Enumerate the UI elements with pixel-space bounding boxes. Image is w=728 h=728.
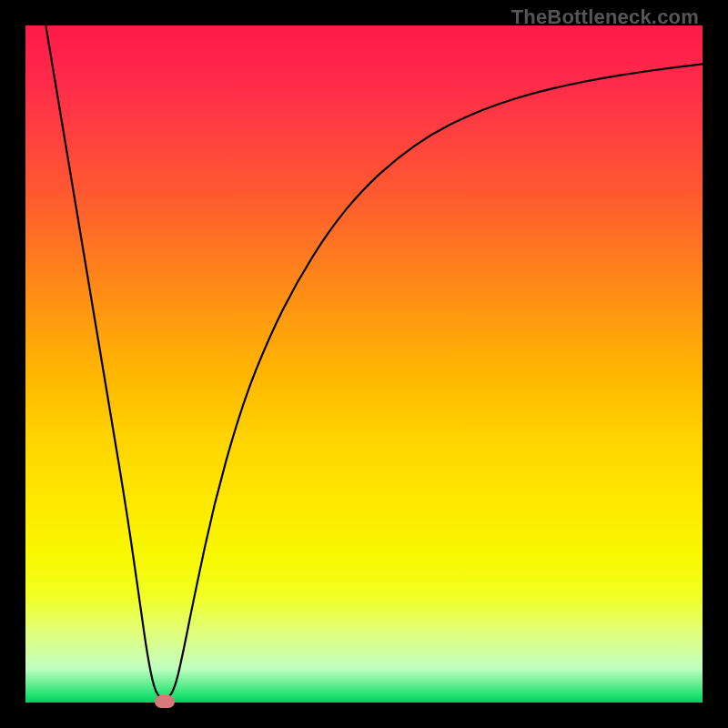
- bottleneck-curve: [25, 25, 703, 703]
- plot-area: [25, 25, 703, 703]
- optimal-point-marker: [155, 695, 175, 708]
- chart-frame: TheBottleneck.com: [0, 0, 728, 728]
